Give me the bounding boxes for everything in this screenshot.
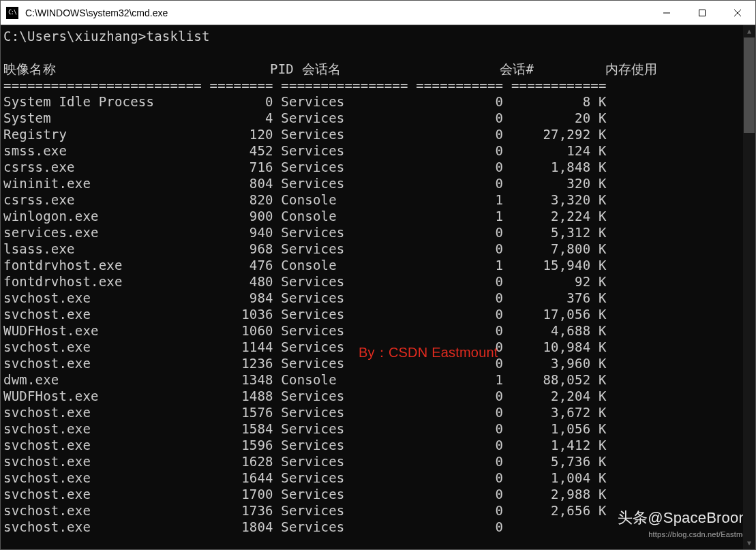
scrollbar[interactable]: ▲ ▼ <box>743 25 755 549</box>
maximize-button[interactable] <box>684 1 720 25</box>
cmd-window: C:\ C:\WINDOWS\system32\cmd.exe C:\Users… <box>0 0 756 550</box>
scroll-down-icon[interactable]: ▼ <box>743 537 755 549</box>
scroll-thumb[interactable] <box>744 37 755 133</box>
titlebar[interactable]: C:\ C:\WINDOWS\system32\cmd.exe <box>1 1 755 25</box>
terminal-area[interactable]: C:\Users\xiuzhang>tasklist 映像名称 PID 会话名 … <box>1 25 755 549</box>
scroll-up-icon[interactable]: ▲ <box>743 25 755 37</box>
close-button[interactable] <box>720 1 755 25</box>
terminal-output: C:\Users\xiuzhang>tasklist 映像名称 PID 会话名 … <box>3 28 755 535</box>
svg-rect-1 <box>699 10 706 16</box>
minimize-button[interactable] <box>649 1 684 25</box>
cmd-icon-label: C:\ <box>8 10 16 16</box>
window-controls <box>649 1 755 25</box>
window-title: C:\WINDOWS\system32\cmd.exe <box>24 7 649 18</box>
cmd-icon: C:\ <box>6 7 18 19</box>
scroll-track[interactable] <box>743 37 755 537</box>
